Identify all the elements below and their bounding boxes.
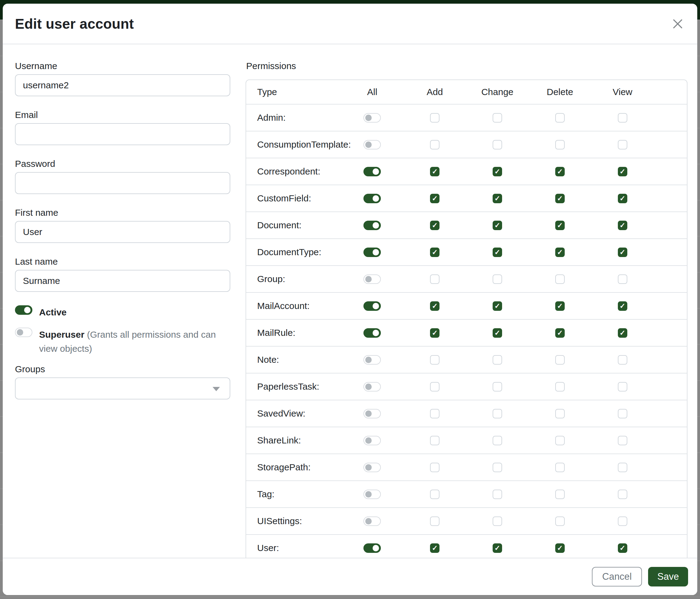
permission-delete-checkbox[interactable] (555, 355, 565, 365)
first-name-input[interactable] (15, 221, 230, 243)
permission-change-checkbox[interactable] (493, 274, 502, 284)
permission-change-checkbox[interactable]: ✓ (493, 301, 502, 311)
permission-delete-checkbox[interactable] (555, 382, 565, 391)
permission-change-checkbox[interactable]: ✓ (493, 167, 502, 176)
permission-view-checkbox[interactable] (618, 517, 627, 526)
permission-delete-checkbox[interactable] (555, 113, 565, 123)
permission-change-checkbox[interactable]: ✓ (493, 328, 502, 338)
permission-add-checkbox[interactable] (430, 409, 440, 418)
permission-view-checkbox[interactable]: ✓ (618, 194, 627, 203)
permission-view-checkbox[interactable] (618, 274, 627, 284)
active-toggle[interactable] (15, 305, 32, 315)
permission-view-checkbox[interactable] (618, 463, 627, 472)
permission-all-toggle[interactable] (364, 409, 381, 418)
permission-all-toggle[interactable] (364, 382, 381, 391)
permission-delete-checkbox[interactable]: ✓ (555, 301, 565, 311)
permission-add-checkbox[interactable] (430, 113, 440, 123)
permission-view-checkbox[interactable]: ✓ (618, 543, 627, 553)
permission-view-checkbox[interactable]: ✓ (618, 301, 627, 311)
toggle-knob (373, 222, 379, 229)
permission-row: DocumentType:✓✓✓✓ (246, 238, 687, 265)
permission-view-checkbox[interactable] (618, 140, 627, 149)
permission-change-checkbox[interactable]: ✓ (493, 543, 502, 553)
permission-change-checkbox[interactable] (493, 113, 502, 123)
permission-all-toggle[interactable] (364, 517, 381, 526)
permission-delete-checkbox[interactable] (555, 140, 565, 149)
permission-change-checkbox[interactable] (493, 463, 502, 472)
permission-view-checkbox[interactable] (618, 409, 627, 418)
permission-delete-checkbox[interactable] (555, 489, 565, 499)
permission-view-checkbox[interactable]: ✓ (618, 328, 627, 338)
permission-delete-checkbox[interactable]: ✓ (555, 221, 565, 230)
permission-all-toggle[interactable] (364, 274, 381, 284)
permission-all-toggle[interactable] (364, 436, 381, 445)
permission-change-checkbox[interactable] (493, 382, 502, 391)
permission-add-checkbox[interactable]: ✓ (430, 221, 440, 230)
permission-add-checkbox[interactable]: ✓ (430, 543, 440, 553)
permission-add-checkbox[interactable]: ✓ (430, 247, 440, 257)
permission-all-toggle[interactable] (364, 328, 381, 338)
permission-delete-checkbox[interactable]: ✓ (555, 247, 565, 257)
permission-all-toggle[interactable] (364, 543, 381, 553)
permission-all-toggle[interactable] (364, 463, 381, 472)
permission-all-toggle[interactable] (364, 489, 381, 499)
permission-delete-checkbox[interactable]: ✓ (555, 167, 565, 176)
permission-delete-checkbox[interactable]: ✓ (555, 194, 565, 203)
permission-add-checkbox[interactable]: ✓ (430, 301, 440, 311)
permission-add-checkbox[interactable] (430, 436, 440, 445)
permission-change-checkbox[interactable] (493, 409, 502, 418)
permission-delete-checkbox[interactable] (555, 463, 565, 472)
permission-delete-checkbox[interactable] (555, 409, 565, 418)
permission-view-checkbox[interactable] (618, 382, 627, 391)
active-toggle-row: Active (15, 305, 230, 320)
superuser-toggle[interactable] (15, 328, 32, 337)
permission-delete-checkbox[interactable] (555, 517, 565, 526)
permission-change-checkbox[interactable] (493, 489, 502, 499)
permission-view-checkbox[interactable]: ✓ (618, 221, 627, 230)
permission-view-checkbox[interactable] (618, 355, 627, 365)
password-input[interactable] (15, 172, 230, 194)
permission-all-toggle[interactable] (364, 301, 381, 311)
permission-add-checkbox[interactable] (430, 274, 440, 284)
permission-delete-checkbox[interactable] (555, 436, 565, 445)
cancel-button[interactable]: Cancel (592, 567, 642, 586)
permission-add-checkbox[interactable] (430, 463, 440, 472)
permission-add-checkbox[interactable] (430, 517, 440, 526)
permission-add-checkbox[interactable] (430, 382, 440, 391)
permission-delete-checkbox[interactable] (555, 274, 565, 284)
permission-change-checkbox[interactable] (493, 355, 502, 365)
permission-view-checkbox[interactable]: ✓ (618, 247, 627, 257)
permission-add-checkbox[interactable] (430, 140, 440, 149)
permission-all-toggle[interactable] (364, 221, 381, 230)
permission-view-checkbox[interactable] (618, 113, 627, 123)
permission-view-checkbox[interactable]: ✓ (618, 167, 627, 176)
username-input[interactable] (15, 74, 230, 96)
permission-all-toggle[interactable] (364, 194, 381, 203)
permission-add-checkbox[interactable]: ✓ (430, 328, 440, 338)
permission-change-checkbox[interactable]: ✓ (493, 194, 502, 203)
permission-add-checkbox[interactable]: ✓ (430, 167, 440, 176)
close-button[interactable] (670, 17, 685, 31)
permission-change-checkbox[interactable]: ✓ (493, 247, 502, 257)
email-input[interactable] (15, 123, 230, 145)
permission-view-checkbox[interactable] (618, 436, 627, 445)
permission-all-toggle[interactable] (364, 140, 381, 149)
permission-all-toggle[interactable] (364, 247, 381, 257)
save-button[interactable]: Save (648, 567, 688, 586)
permission-add-checkbox[interactable] (430, 489, 440, 499)
permission-delete-checkbox[interactable]: ✓ (555, 543, 565, 553)
permission-view-checkbox[interactable] (618, 489, 627, 499)
last-name-input[interactable] (15, 270, 230, 292)
permission-row: Correspondent:✓✓✓✓ (246, 158, 687, 185)
permission-all-toggle[interactable] (364, 113, 381, 123)
permission-all-toggle[interactable] (364, 355, 381, 365)
permission-change-checkbox[interactable] (493, 140, 502, 149)
permission-delete-checkbox[interactable]: ✓ (555, 328, 565, 338)
groups-select[interactable] (15, 378, 230, 400)
permission-add-checkbox[interactable] (430, 355, 440, 365)
permission-change-checkbox[interactable]: ✓ (493, 221, 502, 230)
permission-change-checkbox[interactable] (493, 517, 502, 526)
permission-all-toggle[interactable] (364, 167, 381, 176)
permission-change-checkbox[interactable] (493, 436, 502, 445)
permission-add-checkbox[interactable]: ✓ (430, 194, 440, 203)
